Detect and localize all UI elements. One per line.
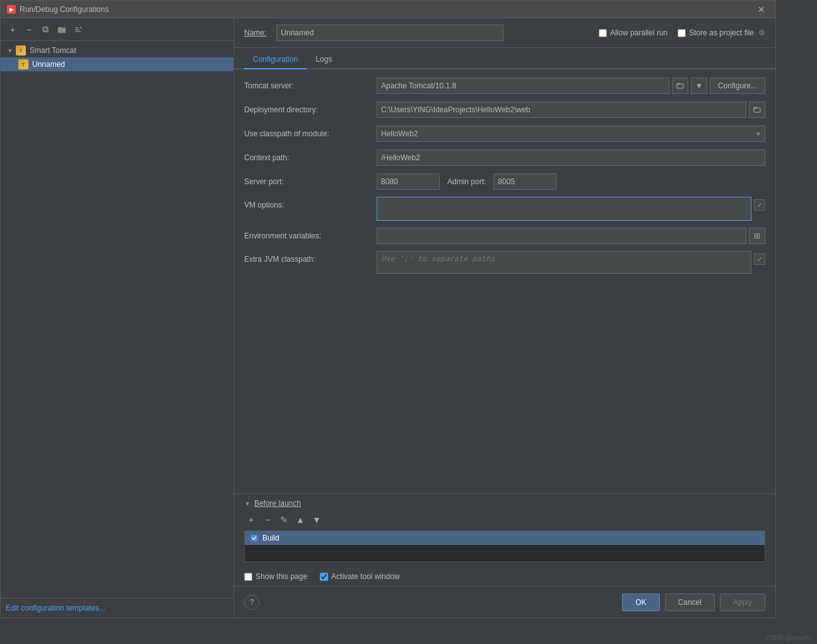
vm-options-row: VM options: ⤢: [244, 197, 765, 221]
main-content: + − ⧉: [1, 18, 775, 618]
header-checkboxes: Allow parallel run Store as project file…: [599, 28, 765, 37]
sidebar-tree: ▼ T Smart Tomcat T Unnamed: [1, 41, 233, 598]
extra-jvm-expand-button[interactable]: ⤢: [754, 254, 765, 265]
config-body: Tomcat server: ▼ Configure...: [234, 69, 775, 493]
tomcat-server-label: Tomcat server:: [244, 81, 377, 90]
group-label: Smart Tomcat: [30, 46, 76, 55]
tab-configuration[interactable]: Configuration: [244, 50, 307, 69]
sidebar-item-unnamed[interactable]: T Unnamed: [1, 57, 233, 71]
activate-tool-window-checkbox[interactable]: [320, 573, 328, 581]
sort-config-button[interactable]: [71, 23, 85, 37]
store-as-project-label[interactable]: Store as project file: [689, 28, 754, 37]
extra-jvm-row: Extra JVM classpath: ⤢: [244, 251, 765, 274]
context-path-row: Context path:: [244, 149, 765, 167]
ports-control: Admin port:: [377, 173, 765, 190]
footer-left: ?: [244, 595, 259, 610]
name-label: Name:: [244, 28, 266, 37]
before-launch-edit-button[interactable]: ✎: [277, 513, 291, 527]
classpath-dropdown[interactable]: HelloWeb2: [377, 126, 765, 142]
admin-port-label: Admin port:: [447, 177, 486, 186]
dialog-footer: ? OK Cancel Apply: [234, 586, 775, 618]
before-launch-section: ▼ Before launch + − ✎ ▲ ▼: [234, 493, 775, 567]
close-button[interactable]: ✕: [754, 3, 769, 16]
deployment-directory-input[interactable]: [377, 102, 746, 118]
env-variables-label: Environment variables:: [244, 231, 377, 240]
configure-button[interactable]: Configure...: [710, 78, 765, 94]
svg-rect-1: [58, 27, 61, 28]
env-variables-input[interactable]: [377, 228, 746, 244]
ok-button[interactable]: OK: [622, 594, 659, 611]
right-panel: Name: Allow parallel run Store as projec…: [234, 18, 775, 618]
run-debug-dialog: ▶ Run/Debug Configurations ✕ + − ⧉: [0, 0, 776, 618]
copy-config-button[interactable]: ⧉: [38, 23, 52, 37]
item-tomcat-icon: T: [18, 59, 28, 69]
extra-jvm-label: Extra JVM classpath:: [244, 251, 377, 264]
context-path-label: Context path:: [244, 153, 377, 162]
gear-icon[interactable]: ⚙: [758, 28, 765, 37]
tomcat-browse-button[interactable]: [672, 78, 688, 94]
group-arrow-icon: ▼: [6, 46, 15, 55]
allow-parallel-checkbox[interactable]: [599, 29, 607, 37]
vm-options-input[interactable]: [377, 197, 751, 221]
allow-parallel-label[interactable]: Allow parallel run: [610, 28, 667, 37]
before-launch-list: Build: [244, 530, 765, 562]
vm-options-expand-button[interactable]: ⤢: [754, 199, 765, 211]
sidebar-footer: Edit configuration templates...: [1, 598, 233, 618]
remove-config-button[interactable]: −: [22, 23, 36, 37]
build-item-label: Build: [262, 534, 279, 542]
show-page-group: Show this page: [244, 572, 307, 581]
help-button[interactable]: ?: [244, 595, 259, 610]
activate-tool-window-group: Activate tool window: [320, 572, 400, 581]
context-path-control: [377, 149, 765, 166]
config-header: Name: Allow parallel run Store as projec…: [234, 18, 775, 48]
before-launch-item-build[interactable]: Build: [245, 531, 765, 545]
before-launch-arrow[interactable]: ▼: [244, 500, 250, 507]
sidebar-toolbar: + − ⧉: [1, 18, 233, 41]
env-variables-expand-button[interactable]: ⊞: [749, 228, 765, 244]
dialog-title: Run/Debug Configurations: [20, 5, 754, 14]
before-launch-remove-button[interactable]: −: [261, 513, 274, 527]
tomcat-server-control: ▼ Configure...: [377, 78, 765, 94]
before-launch-title: Before launch: [254, 499, 301, 508]
classpath-control: HelloWeb2 ▼: [377, 126, 765, 142]
tomcat-server-row: Tomcat server: ▼ Configure...: [244, 77, 765, 95]
edit-templates-link[interactable]: Edit configuration templates...: [6, 604, 105, 612]
name-input[interactable]: [276, 25, 503, 41]
before-launch-header: ▼ Before launch: [244, 499, 765, 508]
ports-row: Server port: Admin port:: [244, 173, 765, 190]
before-launch-add-button[interactable]: +: [244, 513, 258, 527]
tomcat-dropdown-button[interactable]: ▼: [691, 78, 707, 94]
group-tomcat-icon: T: [16, 45, 26, 56]
admin-port-input[interactable]: [493, 173, 556, 190]
allow-parallel-run-group: Allow parallel run: [599, 28, 667, 37]
before-launch-up-button[interactable]: ▲: [293, 513, 307, 527]
title-bar: ▶ Run/Debug Configurations ✕: [1, 1, 775, 18]
sidebar: + − ⧉: [1, 18, 234, 618]
tomcat-server-input[interactable]: [377, 78, 669, 94]
folder-config-button[interactable]: [55, 23, 69, 37]
extra-jvm-input[interactable]: [377, 251, 751, 274]
apply-button[interactable]: Apply: [720, 594, 765, 611]
bottom-options: Show this page Activate tool window: [234, 567, 775, 586]
sidebar-group-smart-tomcat[interactable]: ▼ T Smart Tomcat: [1, 44, 233, 57]
cancel-button[interactable]: Cancel: [665, 594, 715, 611]
extra-jvm-control: ⤢: [377, 251, 765, 274]
server-port-label: Server port:: [244, 177, 377, 186]
add-config-button[interactable]: +: [6, 23, 20, 37]
context-path-input[interactable]: [377, 149, 765, 166]
activate-tool-window-label[interactable]: Activate tool window: [331, 572, 400, 581]
watermark: CSDN @aspe9x: [765, 635, 812, 641]
show-page-label[interactable]: Show this page: [256, 572, 307, 581]
svg-rect-0: [58, 28, 66, 33]
deployment-directory-label: Deployment directory:: [244, 105, 377, 114]
store-as-project-checkbox[interactable]: [678, 29, 686, 37]
tabs-bar: Configuration Logs: [234, 50, 775, 69]
show-page-checkbox[interactable]: [244, 573, 252, 581]
deployment-browse-button[interactable]: [749, 102, 765, 118]
before-launch-down-button[interactable]: ▼: [310, 513, 324, 527]
tab-logs[interactable]: Logs: [307, 50, 341, 69]
classpath-row: Use classpath of module: HelloWeb2 ▼: [244, 125, 765, 143]
deployment-directory-control: [377, 102, 765, 118]
vm-options-label: VM options:: [244, 197, 377, 209]
server-port-input[interactable]: [377, 173, 440, 190]
